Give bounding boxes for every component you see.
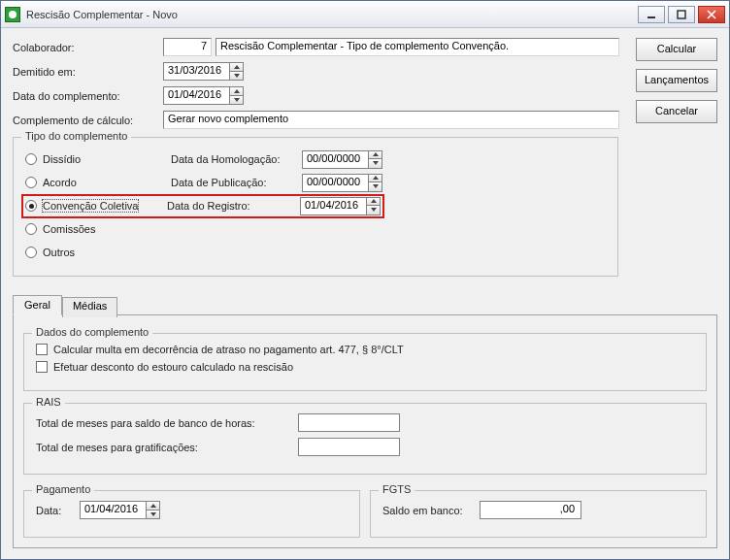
rais-banco-label: Total de meses para saldo de banco de ho… [36,417,298,429]
radio-convencao[interactable] [25,200,37,212]
rais-legend: RAIS [32,396,65,408]
tab-medias[interactable]: Médias [62,297,117,317]
rais-group: RAIS Total de meses para saldo de banco … [23,403,707,475]
rais-grat-label: Total de meses para gratificações: [36,442,298,453]
checkbox-multa[interactable] [36,344,48,355]
spin-up-icon[interactable] [229,86,244,96]
cancelar-button[interactable]: Cancelar [636,100,717,123]
svg-rect-1 [678,11,685,18]
svg-rect-0 [647,16,655,18]
rais-banco-input[interactable] [298,413,400,432]
tab-panel-geral: Dados do complemento Calcular multa em d… [13,314,717,548]
calcular-button[interactable]: Calcular [636,38,717,61]
spin-down-icon[interactable] [229,96,244,106]
spin-down-icon[interactable] [146,511,160,520]
checkbox-multa-label: Calcular multa em decorrência de atraso … [53,344,404,355]
radio-outros-label: Outros [43,247,75,258]
spin-down-icon[interactable] [368,182,382,192]
demitido-em-field[interactable]: 31/03/2016 [163,62,244,81]
spin-up-icon[interactable] [366,197,381,207]
checkbox-desconto-label: Efetuar desconto do estouro calculado na… [53,361,293,373]
colaborador-label: Colaborador: [13,42,163,53]
radio-dissidio[interactable] [25,153,37,165]
pagamento-group: Pagamento Data: 01/04/2016 [23,490,360,538]
spin-down-icon[interactable] [229,72,244,82]
fgts-saldo-label: Saldo em banco: [382,505,480,516]
demitido-em-label: Demitido em: [13,66,163,78]
data-registro-label: Data do Registro: [167,200,300,212]
data-registro-field[interactable]: 01/04/2016 [300,197,381,215]
checkbox-desconto[interactable] [36,361,48,373]
app-icon [5,7,20,22]
spin-up-icon[interactable] [146,501,160,511]
spin-down-icon[interactable] [366,206,381,215]
complemento-calc-label: Complemento de cálculo: [13,115,163,126]
dados-complemento-legend: Dados do complemento [32,326,152,338]
radio-comissoes-label: Comissões [43,223,95,235]
maximize-button[interactable] [668,6,695,23]
complemento-calc-value[interactable]: Gerar novo complemento [163,111,619,129]
minimize-button[interactable] [638,6,665,23]
tab-geral[interactable]: Geral [13,295,62,315]
window-title: Rescisão Complementar - Novo [26,9,178,20]
radio-acordo[interactable] [25,177,37,188]
data-homologacao-label: Data da Homologação: [171,153,302,165]
pagamento-legend: Pagamento [32,483,94,495]
spin-down-icon[interactable] [368,159,382,169]
fgts-legend: FGTS [379,483,415,495]
data-complemento-field[interactable]: 01/04/2016 [163,86,244,105]
radio-acordo-label: Acordo [43,177,77,188]
data-publicacao-label: Data de Publicação: [171,177,302,188]
lancamentos-button[interactable]: Lançamentos [636,69,717,92]
radio-dissidio-label: Dissídio [43,153,81,165]
pagamento-data-field[interactable]: 01/04/2016 [80,501,160,519]
colaborador-id: 7 [163,38,212,56]
fgts-group: FGTS Saldo em banco: ,00 [370,490,707,538]
tipo-complemento-legend: Tipo do complemento [21,130,131,142]
radio-convencao-label: Convenção Coletiva [43,200,138,212]
pagamento-data-label: Data: [36,505,80,516]
tipo-complemento-group: Tipo do complemento Dissídio Data da Hom… [13,137,618,277]
data-homologacao-field[interactable]: 00/00/0000 [302,150,382,169]
data-publicacao-field[interactable]: 00/00/0000 [302,174,382,192]
data-complemento-label: Data do complemento: [13,90,163,102]
spin-up-icon[interactable] [368,150,382,160]
rais-grat-input[interactable] [298,438,400,456]
dados-complemento-group: Dados do complemento Calcular multa em d… [23,333,707,391]
colaborador-desc: Rescisão Complementar - Tipo de compleme… [216,38,619,56]
radio-outros[interactable] [25,247,37,258]
spin-up-icon[interactable] [229,62,244,72]
fgts-saldo-input[interactable]: ,00 [480,501,581,519]
close-button[interactable] [698,6,725,23]
radio-comissoes[interactable] [25,223,37,235]
spin-up-icon[interactable] [368,174,382,183]
